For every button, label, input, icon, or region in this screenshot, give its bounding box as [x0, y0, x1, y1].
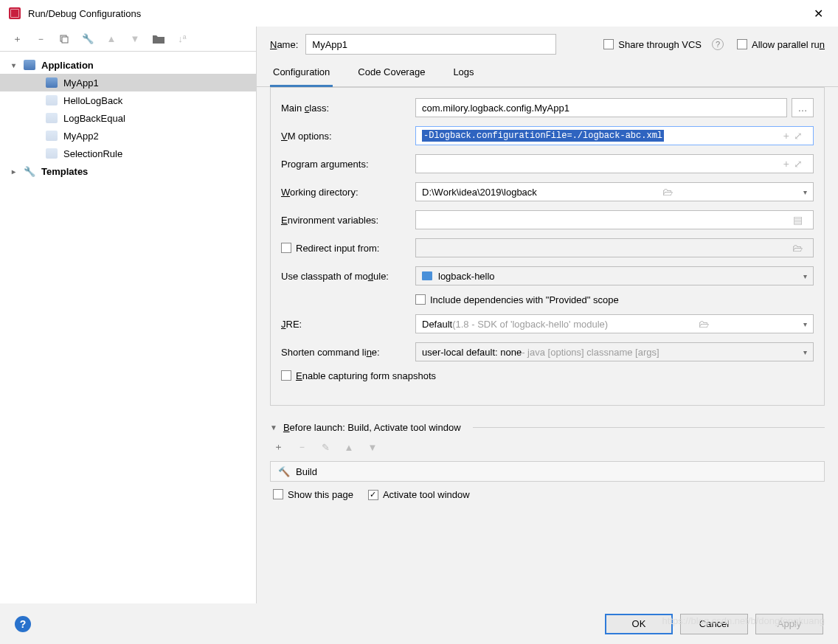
folder-icon[interactable]: 🗁: [662, 186, 673, 198]
remove-icon[interactable]: －: [34, 32, 47, 46]
chevron-down-icon: ▾: [803, 348, 807, 356]
show-page-label: Show this page: [288, 489, 353, 500]
classpath-dropdown[interactable]: logback-hello ▾: [415, 266, 814, 285]
window-title: Run/Debug Configurations: [28, 8, 808, 19]
include-provided-label: Include dependencies with "Provided" sco…: [430, 294, 619, 305]
add-icon[interactable]: ＋: [10, 32, 24, 46]
main-class-input[interactable]: [415, 98, 787, 117]
application-icon: [46, 113, 58, 123]
copy-icon[interactable]: [58, 32, 71, 46]
tree-node-myapp1[interactable]: MyApp1: [0, 74, 256, 91]
chevron-right-icon: ▸: [12, 167, 21, 176]
ok-button[interactable]: OK: [605, 614, 673, 634]
include-provided-checkbox[interactable]: Include dependencies with "Provided" sco…: [415, 294, 619, 305]
working-dir-input[interactable]: D:\Work\idea\2019\logback 🗁 ▾: [415, 182, 814, 201]
before-launch-header[interactable]: ▼ Before launch: Build, Activate tool wi…: [270, 422, 825, 433]
tree-label: LogBackEqual: [63, 113, 125, 124]
share-vcs-checkbox[interactable]: Share through VCS: [603, 39, 702, 50]
remove-icon[interactable]: －: [295, 440, 308, 454]
details-panel: Name: Share through VCS ? Allow parallel…: [257, 27, 838, 603]
chevron-down-icon: ▾: [803, 272, 807, 280]
help-button[interactable]: ?: [15, 616, 31, 632]
activate-window-checkbox[interactable]: Activate tool window: [368, 489, 470, 500]
tree-node-logbackequal[interactable]: LogBackEqual: [0, 109, 256, 127]
config-tree: ▾ Application MyApp1 HelloLogBack LogBac…: [0, 52, 256, 603]
tree-node-application[interactable]: ▾ Application: [0, 56, 256, 74]
program-args-input[interactable]: + ⤢: [415, 154, 814, 173]
env-vars-input[interactable]: ▤: [415, 210, 814, 229]
divider: [473, 427, 825, 428]
before-launch-title: Before launch: Build, Activate tool wind…: [283, 422, 461, 433]
name-label: Name:: [270, 39, 298, 50]
browse-main-class-button[interactable]: …: [792, 98, 814, 117]
redirect-input-field: 🗁: [415, 238, 814, 257]
tab-configuration[interactable]: Configuration: [270, 60, 333, 87]
up-icon[interactable]: ▲: [342, 440, 356, 454]
expand-icon[interactable]: ⤢: [794, 130, 803, 142]
folder-icon[interactable]: [152, 32, 165, 46]
insert-macro-icon[interactable]: +: [783, 158, 789, 170]
tab-code-coverage[interactable]: Code Coverage: [355, 60, 428, 86]
vm-options-value: -Dlogback.configurationFile=./logback-ab…: [422, 130, 664, 142]
app-icon: [9, 7, 21, 19]
wrench-icon: 🔧: [24, 166, 35, 176]
edit-icon[interactable]: ✎: [319, 440, 332, 454]
shorten-value: user-local default: none: [422, 347, 522, 358]
chevron-down-icon: ▼: [270, 423, 277, 432]
shorten-label: Shorten command line:: [281, 347, 415, 358]
tree-label: MyApp2: [63, 131, 99, 142]
tab-logs[interactable]: Logs: [450, 60, 477, 86]
add-icon[interactable]: ＋: [271, 440, 285, 454]
tree-node-hellologback[interactable]: HelloLogBack: [0, 91, 256, 109]
share-label: Share through VCS: [618, 39, 702, 50]
jre-value: Default: [422, 319, 452, 330]
application-icon: [46, 77, 58, 88]
activate-label: Activate tool window: [383, 489, 470, 500]
tree-label: HelloLogBack: [63, 95, 122, 106]
up-icon[interactable]: ▲: [105, 32, 118, 46]
tree-node-myapp2[interactable]: MyApp2: [0, 127, 256, 145]
working-dir-value: D:\Work\idea\2019\logback: [422, 187, 537, 198]
down-icon[interactable]: ▼: [366, 440, 379, 454]
enable-snapshots-checkbox[interactable]: Enable capturing form snapshots: [281, 370, 436, 381]
application-icon: [24, 60, 35, 70]
apply-button[interactable]: Apply: [755, 614, 823, 634]
expand-icon[interactable]: ⤢: [794, 158, 803, 170]
sidebar-toolbar: ＋ － 🔧 ▲ ▼ ↓ª: [0, 27, 256, 52]
list-icon[interactable]: ▤: [793, 214, 803, 226]
enable-snapshots-label: Enable capturing form snapshots: [296, 370, 436, 381]
tree-node-selectionrule[interactable]: SelectionRule: [0, 145, 256, 162]
insert-macro-icon[interactable]: +: [783, 130, 789, 142]
sort-icon[interactable]: ↓ª: [176, 32, 189, 46]
close-icon[interactable]: ✕: [808, 4, 829, 24]
name-input[interactable]: [305, 34, 556, 55]
tabs: Configuration Code Coverage Logs: [257, 60, 838, 87]
svg-rect-1: [62, 37, 68, 43]
allow-parallel-checkbox[interactable]: Allow parallel run: [737, 39, 825, 50]
redirect-input-checkbox[interactable]: Redirect input from:: [281, 243, 415, 254]
tree-node-templates[interactable]: ▸ 🔧 Templates: [0, 162, 256, 180]
chevron-down-icon: ▾: [803, 320, 807, 328]
classpath-value: logback-hello: [438, 271, 495, 282]
before-launch-list-item[interactable]: 🔨 Build: [270, 461, 825, 482]
show-page-checkbox[interactable]: Show this page: [273, 489, 353, 500]
program-args-label: Program arguments:: [281, 159, 415, 170]
shorten-dropdown[interactable]: user-local default: none - java [options…: [415, 342, 814, 361]
jre-dropdown[interactable]: Default (1.8 - SDK of 'logback-hello' mo…: [415, 314, 814, 333]
redirect-label: Redirect input from:: [296, 243, 379, 254]
chevron-down-icon: ▾: [12, 61, 21, 69]
help-icon[interactable]: ?: [712, 38, 724, 50]
folder-icon: 🗁: [792, 242, 803, 254]
folder-icon[interactable]: 🗁: [699, 318, 709, 330]
sidebar: ＋ － 🔧 ▲ ▼ ↓ª ▾ Application MyApp1: [0, 27, 257, 603]
chevron-down-icon[interactable]: ▾: [803, 188, 807, 196]
vm-options-label: VM options:: [281, 131, 415, 142]
down-icon[interactable]: ▼: [128, 32, 142, 46]
cancel-button[interactable]: Cancel: [680, 614, 748, 634]
tree-label: SelectionRule: [63, 148, 122, 159]
classpath-label: Use classpath of module:: [281, 271, 415, 282]
name-row: Name: Share through VCS ? Allow parallel…: [257, 27, 838, 60]
before-launch-section: ▼ Before launch: Build, Activate tool wi…: [270, 422, 825, 508]
wrench-icon[interactable]: 🔧: [81, 32, 94, 46]
vm-options-input[interactable]: -Dlogback.configurationFile=./logback-ab…: [415, 126, 814, 145]
